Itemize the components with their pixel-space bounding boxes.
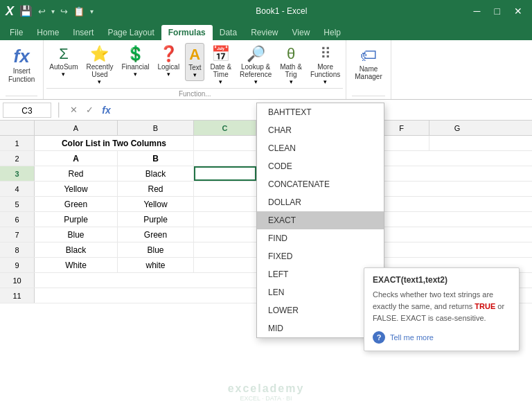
confirm-icon[interactable]: ✓: [83, 103, 96, 116]
cell-B7[interactable]: Green: [118, 227, 194, 242]
cell-B3[interactable]: Black: [118, 166, 194, 181]
redo-icon[interactable]: ↪: [60, 6, 68, 17]
undo-dropdown-icon[interactable]: ▾: [51, 8, 55, 15]
autosum-button[interactable]: Σ AutoSum ▾: [46, 43, 80, 80]
tooltip-tell-more[interactable]: ? Tell me more: [373, 331, 511, 344]
fx-large-icon: fx: [14, 46, 30, 67]
lookup-ref-icon: 🔎: [247, 45, 265, 63]
excel-icon: X: [6, 4, 14, 19]
insert-function-button[interactable]: fx Insert Function: [6, 43, 37, 87]
cell-B8[interactable]: Blue: [118, 242, 194, 257]
cell-A7[interactable]: Blue: [35, 227, 118, 242]
row-num-3[interactable]: 3: [0, 166, 35, 181]
tell-me-more-link[interactable]: Tell me more: [390, 333, 434, 342]
col-header-B[interactable]: B: [118, 121, 194, 135]
lookup-ref-dropdown-icon: ▾: [254, 78, 258, 85]
logical-icon: ❓: [159, 45, 178, 63]
tab-data[interactable]: Data: [213, 25, 244, 40]
tab-file[interactable]: File: [3, 25, 30, 40]
clipboard-icon[interactable]: 📋: [73, 6, 85, 17]
workbook-title: Book1 - Excel: [99, 6, 464, 16]
tab-help[interactable]: Help: [317, 25, 348, 40]
insert-function-label: Insert: [13, 67, 30, 76]
financial-dropdown-icon: ▾: [134, 71, 137, 78]
cell-A9[interactable]: White: [35, 258, 118, 272]
cell-C1[interactable]: [194, 136, 256, 150]
close-icon[interactable]: ✕: [510, 6, 526, 17]
datetime-dropdown-icon: ▾: [219, 78, 222, 85]
row-num-5[interactable]: 5: [0, 197, 35, 211]
dropdown-item-code[interactable]: CODE: [257, 157, 384, 175]
cell-A6[interactable]: Purple: [35, 212, 118, 227]
row-num-1[interactable]: 1: [0, 136, 35, 150]
col-header-C[interactable]: C: [194, 121, 256, 135]
lookup-ref-label: Lookup &Reference: [240, 63, 272, 78]
cell-A2[interactable]: A: [35, 151, 118, 166]
row-num-7[interactable]: 7: [0, 227, 35, 242]
tab-pagelayout[interactable]: Page Layout: [100, 25, 161, 40]
cell-B6[interactable]: Purple: [118, 212, 194, 227]
cell-B2[interactable]: B: [118, 151, 194, 166]
text-button[interactable]: A Text ▾: [185, 43, 204, 81]
name-manager-button[interactable]: 🏷 NameManager: [352, 43, 384, 83]
save-icon[interactable]: 💾: [19, 5, 33, 17]
row-num-8[interactable]: 8: [0, 242, 35, 257]
min-icon[interactable]: ─: [470, 6, 485, 17]
cell-A4[interactable]: Yellow: [35, 182, 118, 196]
row-num-4[interactable]: 4: [0, 182, 35, 196]
col-header-A[interactable]: A: [35, 121, 118, 135]
dropdown-item-fixed[interactable]: FIXED: [257, 247, 384, 265]
row-num-2[interactable]: 2: [0, 151, 35, 166]
tab-view[interactable]: View: [285, 25, 317, 40]
formula-fx-icon[interactable]: fx: [99, 103, 113, 117]
col-header-G[interactable]: G: [429, 121, 485, 135]
cancel-icon[interactable]: ✕: [67, 103, 80, 116]
cell-C3[interactable]: [194, 166, 256, 181]
datetime-button[interactable]: 📅 Date &Time ▾: [207, 43, 234, 87]
recently-used-icon: ⭐: [90, 45, 109, 63]
tab-review[interactable]: Review: [244, 25, 285, 40]
name-manager-group-label: [352, 96, 384, 99]
cell-reference-box[interactable]: C3: [3, 103, 51, 118]
ribbon-tabs: File Home Insert Page Layout Formulas Da…: [0, 22, 532, 40]
dropdown-item-dollar[interactable]: DOLLAR: [257, 193, 384, 211]
recently-used-button[interactable]: ⭐ RecentlyUsed ▾: [84, 43, 116, 87]
dropdown-item-concatenate[interactable]: CONCATENATE: [257, 175, 384, 193]
tooltip-title: EXACT(text1,text2): [373, 275, 511, 285]
undo-icon[interactable]: ↩: [38, 6, 46, 17]
cell-A5[interactable]: Green: [35, 197, 118, 211]
dropdown-item-find[interactable]: FIND: [257, 229, 384, 247]
more-functions-button[interactable]: ⠿ MoreFunctions ▾: [308, 43, 343, 87]
cell-B4[interactable]: Red: [118, 182, 194, 196]
lookup-ref-button[interactable]: 🔎 Lookup &Reference ▾: [237, 43, 274, 87]
cell-B9[interactable]: white: [118, 258, 194, 272]
name-manager-label: NameManager: [355, 65, 382, 80]
cell-A1[interactable]: Color List in Two Columns: [35, 136, 194, 150]
tab-home[interactable]: Home: [30, 25, 66, 40]
cell-C2[interactable]: [194, 151, 256, 166]
math-trig-button[interactable]: θ Math &Trig ▾: [277, 43, 305, 87]
cell-A3[interactable]: Red: [35, 166, 118, 181]
cell-G1[interactable]: [429, 136, 485, 150]
insert-function-group-label: [6, 96, 37, 99]
row-num-11[interactable]: 11: [0, 288, 35, 303]
math-trig-icon: θ: [287, 45, 295, 63]
logical-button[interactable]: ❓ Logical ▾: [154, 43, 182, 80]
row-num-9[interactable]: 9: [0, 258, 35, 272]
tab-insert[interactable]: Insert: [66, 25, 100, 40]
dropdown-item-exact[interactable]: EXACT: [257, 211, 384, 229]
customize-icon[interactable]: ▾: [90, 8, 94, 15]
cell-B5[interactable]: Yellow: [118, 197, 194, 211]
financial-label: Financial: [121, 63, 149, 71]
cell-A8[interactable]: Black: [35, 242, 118, 257]
tab-formulas[interactable]: Formulas: [161, 25, 213, 40]
row-num-6[interactable]: 6: [0, 212, 35, 227]
dropdown-item-bahttext[interactable]: BAHTTEXT: [257, 103, 384, 121]
dropdown-item-clean[interactable]: CLEAN: [257, 139, 384, 157]
insert-function-group: fx Insert Function: [0, 40, 44, 99]
text-fn-label: Text: [188, 64, 201, 71]
max-icon[interactable]: □: [490, 6, 504, 17]
dropdown-item-char[interactable]: CHAR: [257, 121, 384, 139]
financial-button[interactable]: 💲 Financial ▾: [118, 43, 152, 80]
row-num-10[interactable]: 10: [0, 273, 35, 288]
